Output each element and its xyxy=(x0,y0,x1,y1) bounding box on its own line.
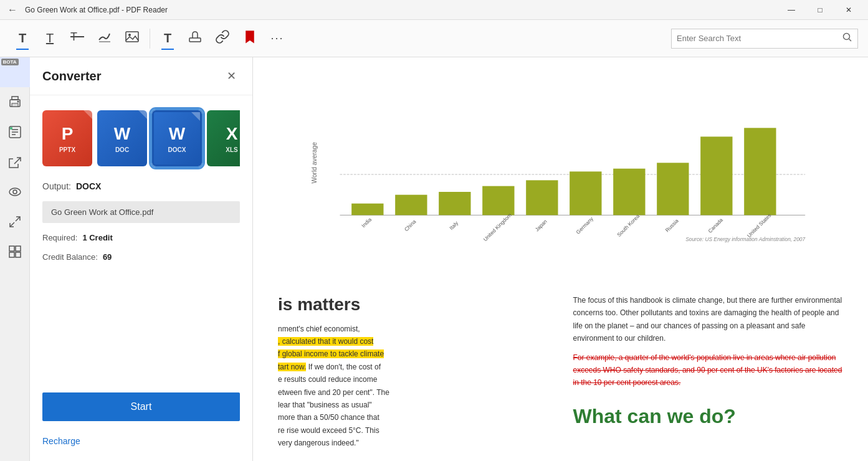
svg-text:Canada: Canada xyxy=(707,217,724,234)
svg-rect-25 xyxy=(16,252,21,257)
format-docx[interactable]: W DOCX xyxy=(152,110,202,166)
left-paragraph: nment's chief economist, , calculated th… xyxy=(278,323,548,450)
svg-rect-10 xyxy=(12,103,18,107)
start-button[interactable]: Start xyxy=(42,392,240,421)
strikethrough-icon: T xyxy=(70,29,84,47)
xls-label: XLS xyxy=(226,146,237,153)
pdf-page: 7 / 15 World average India Chin xyxy=(253,57,868,461)
more-icon: ··· xyxy=(270,32,284,45)
required-value: 1 Credit xyxy=(82,233,112,242)
title-bar: ← Go Green Work at Office.pdf - PDF Read… xyxy=(0,0,868,20)
sidebar-bota-button[interactable]: BOTA xyxy=(0,57,30,87)
svg-rect-41 xyxy=(613,169,645,216)
output-label: Output: DOCX xyxy=(42,181,240,191)
text-box-tool[interactable]: T xyxy=(155,24,180,54)
green-heading: What can we do? xyxy=(573,399,844,433)
svg-text:Italy: Italy xyxy=(448,219,460,231)
right-paragraph-2-strikethrough: For example, a quarter of the world's po… xyxy=(573,351,844,389)
sidebar-print-button[interactable] xyxy=(0,87,30,117)
bookmark-tool[interactable] xyxy=(237,24,262,54)
converter-close-button[interactable]: ✕ xyxy=(222,67,240,85)
close-button[interactable]: ✕ xyxy=(834,0,863,20)
image-tool[interactable] xyxy=(120,24,145,54)
highlighted-text-2: f global income to tackle climate xyxy=(278,349,384,358)
svg-rect-43 xyxy=(657,163,689,215)
file-name-box: Go Green Work at Office.pdf xyxy=(42,201,240,223)
stamp-tool[interactable] xyxy=(183,24,207,54)
search-box[interactable] xyxy=(671,29,858,49)
format-icons-row: P PPTX W DOC W DOCX X XLS X XLS xyxy=(42,105,240,171)
svg-rect-9 xyxy=(12,97,18,100)
add-text-tool[interactable]: T xyxy=(10,24,35,54)
svg-rect-29 xyxy=(351,204,383,216)
svg-text:Germany: Germany xyxy=(575,216,594,235)
svg-line-7 xyxy=(849,39,852,42)
svg-text:Russia: Russia xyxy=(664,217,680,233)
highlighted-text-1: , calculated that it would cost xyxy=(278,337,373,346)
search-icon xyxy=(842,32,852,44)
svg-rect-37 xyxy=(526,180,558,215)
chart-area: World average India China Italy United K… xyxy=(253,57,868,282)
window-controls: — □ ✕ xyxy=(777,0,863,20)
svg-rect-3 xyxy=(126,32,138,42)
recharge-link[interactable]: Recharge xyxy=(42,431,240,451)
svg-rect-31 xyxy=(395,195,427,216)
right-text-column: The focus of this handbook is climate ch… xyxy=(573,294,844,449)
text-format-tool[interactable]: T xyxy=(37,24,62,54)
sidebar: BOTA xyxy=(0,57,30,461)
text-format-icon: T xyxy=(46,31,54,45)
signature-icon xyxy=(97,29,112,47)
left-text-column: is matters nment's chief economist, , ca… xyxy=(278,294,548,449)
right-paragraph-1: The focus of this handbook is climate ch… xyxy=(573,294,844,345)
back-button[interactable]: ← xyxy=(5,2,20,17)
link-tool[interactable] xyxy=(210,24,235,54)
sidebar-view-button[interactable] xyxy=(0,177,30,207)
sidebar-share-button[interactable] xyxy=(0,147,30,177)
balance-label: Credit Balance: xyxy=(42,252,98,262)
pptx-label: PPTX xyxy=(59,146,75,153)
svg-line-21 xyxy=(10,222,14,227)
required-label: Required: xyxy=(42,233,77,242)
chart-svg: World average India China Italy United K… xyxy=(290,70,843,244)
svg-line-20 xyxy=(16,217,20,221)
pptx-letter: P xyxy=(62,124,74,144)
sidebar-grid-button[interactable] xyxy=(0,237,30,267)
svg-text:South Korea: South Korea xyxy=(616,213,641,238)
stamp-icon xyxy=(188,29,203,47)
svg-rect-16 xyxy=(10,127,12,130)
format-doc[interactable]: W DOC xyxy=(97,110,147,166)
text-box-icon: T xyxy=(164,31,171,45)
converter-body: P PPTX W DOC W DOCX X XLS X XLS xyxy=(30,95,252,461)
svg-text:United States: United States xyxy=(746,212,773,239)
output-format-value: DOCX xyxy=(76,181,101,191)
format-xls[interactable]: X XLS xyxy=(207,110,240,166)
image-icon xyxy=(125,29,140,47)
svg-rect-35 xyxy=(482,186,514,216)
signature-tool[interactable] xyxy=(92,24,117,54)
add-text-icon: T xyxy=(19,31,26,45)
required-row: Required: 1 Credit xyxy=(42,233,240,242)
bota-badge: BOTA xyxy=(1,59,19,65)
more-tools[interactable]: ··· xyxy=(265,24,290,54)
svg-point-18 xyxy=(9,188,21,196)
docx-label: DOCX xyxy=(168,146,186,153)
link-icon xyxy=(215,29,230,47)
sidebar-expand-button[interactable] xyxy=(0,207,30,237)
sidebar-forms-button[interactable] xyxy=(0,117,30,147)
balance-row: Credit Balance: 69 xyxy=(42,252,240,262)
maximize-button[interactable]: □ xyxy=(806,0,834,20)
text-strikethrough-tool[interactable]: T xyxy=(65,24,90,54)
window-title: Go Green Work at Office.pdf - PDF Reader xyxy=(25,6,777,14)
grid-icon xyxy=(8,245,22,259)
search-input[interactable] xyxy=(677,34,842,43)
svg-rect-39 xyxy=(570,171,601,215)
svg-text:China: China xyxy=(403,218,417,232)
minimize-button[interactable]: — xyxy=(777,0,806,20)
balance-value: 69 xyxy=(103,252,112,262)
format-pptx[interactable]: P PPTX xyxy=(42,110,92,166)
doc-label: DOC xyxy=(115,146,129,153)
converter-header: Converter ✕ xyxy=(30,57,252,95)
left-heading: is matters xyxy=(278,294,548,315)
svg-rect-45 xyxy=(700,136,732,215)
docx-letter: W xyxy=(169,124,185,144)
